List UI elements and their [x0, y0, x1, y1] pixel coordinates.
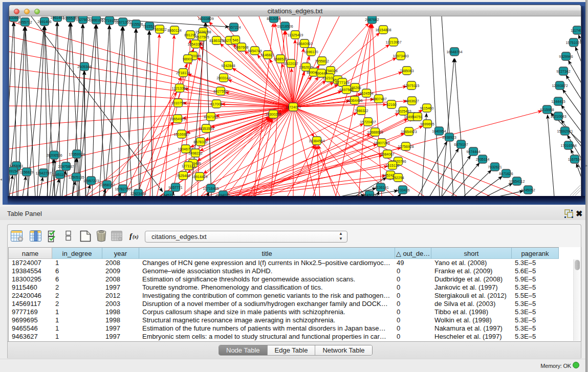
svg-text:1117403: 1117403: [571, 29, 581, 32]
svg-text:2087682: 2087682: [365, 18, 379, 21]
svg-text:17016504: 17016504: [560, 144, 576, 147]
svg-text:2935114: 2935114: [476, 158, 490, 161]
svg-text:9699695: 9699695: [420, 122, 434, 126]
svg-text:8215958: 8215958: [540, 108, 554, 112]
svg-text:98901: 98901: [183, 57, 193, 61]
svg-text:14136141: 14136141: [373, 186, 388, 189]
svg-text:9115460: 9115460: [420, 106, 434, 110]
svg-text:12093872: 12093872: [552, 84, 568, 87]
svg-text:10756928: 10756928: [398, 145, 413, 148]
svg-text:16782759: 16782759: [115, 187, 130, 191]
svg-text:12923486: 12923486: [130, 192, 146, 195]
svg-text:3498222: 3498222: [188, 151, 202, 155]
svg-text:8860124: 8860124: [167, 29, 181, 32]
svg-text:2605346: 2605346: [77, 65, 91, 69]
svg-text:15720407: 15720407: [360, 120, 376, 124]
svg-text:7515526: 7515526: [129, 23, 143, 26]
svg-text:7663822: 7663822: [153, 28, 166, 31]
svg-text:17957223: 17957223: [83, 179, 99, 183]
svg-text:12213967: 12213967: [385, 40, 401, 44]
svg-text:9463627: 9463627: [405, 99, 419, 103]
svg-text:16648764: 16648764: [446, 50, 462, 54]
svg-text:7357224: 7357224: [227, 26, 241, 29]
svg-text:10025433: 10025433: [395, 110, 411, 113]
svg-text:10958107: 10958107: [99, 183, 115, 187]
svg-text:9777169: 9777169: [335, 81, 349, 84]
svg-text:19384554: 19384554: [309, 139, 324, 143]
svg-text:19218506: 19218506: [277, 25, 293, 28]
svg-text:62160: 62160: [386, 103, 397, 106]
svg-text:84751: 84751: [412, 115, 423, 119]
svg-text:10807487: 10807487: [371, 97, 386, 101]
svg-text:2867608: 2867608: [234, 46, 248, 49]
svg-text:9084067: 9084067: [380, 152, 394, 156]
svg-text:12505135: 12505135: [68, 176, 84, 179]
svg-text:1271123: 1271123: [182, 164, 195, 168]
svg-text:20975887: 20975887: [58, 165, 74, 168]
svg-text:7955812: 7955812: [315, 59, 329, 63]
svg-text:16640910: 16640910: [296, 42, 312, 46]
svg-text:9242848: 9242848: [221, 64, 235, 68]
svg-text:7632621: 7632621: [488, 165, 502, 169]
svg-text:1244415: 1244415: [551, 100, 565, 103]
svg-text:16033809: 16033809: [198, 17, 213, 20]
svg-text:10654112: 10654112: [509, 180, 525, 183]
svg-text:6879197: 6879197: [454, 143, 468, 146]
svg-text:7986322: 7986322: [354, 109, 368, 113]
svg-text:15716485: 15716485: [203, 187, 219, 190]
svg-text:9657771: 9657771: [168, 186, 182, 189]
svg-text:1696170: 1696170: [304, 50, 318, 54]
svg-text:39154: 39154: [9, 169, 18, 173]
svg-text:12213369: 12213369: [171, 86, 187, 90]
svg-text:1156829: 1156829: [20, 170, 34, 174]
svg-text:16671355: 16671355: [115, 20, 130, 24]
svg-text:9227342: 9227342: [556, 70, 570, 73]
svg-text:2691406: 2691406: [37, 20, 51, 24]
svg-text:17359924: 17359924: [69, 152, 84, 156]
svg-text:10973493: 10973493: [393, 54, 408, 58]
svg-text:19654925: 19654925: [169, 117, 185, 121]
svg-text:18724007: 18724007: [285, 105, 301, 109]
svg-text:12975115: 12975115: [404, 84, 420, 87]
svg-text:8938923: 8938923: [442, 136, 456, 139]
svg-text:7243018: 7243018: [362, 193, 376, 196]
svg-text:18807249: 18807249: [374, 141, 389, 145]
svg-text:817006: 817006: [210, 102, 222, 106]
svg-text:1010755: 1010755: [171, 101, 185, 105]
svg-text:6497568: 6497568: [339, 88, 353, 92]
svg-text:15751074: 15751074: [565, 41, 581, 45]
svg-text:8471626: 8471626: [499, 172, 513, 176]
svg-text:546: 546: [232, 38, 238, 42]
svg-text:16154808: 16154808: [375, 28, 391, 32]
svg-text:1733426: 1733426: [396, 188, 409, 192]
svg-text:3624554: 3624554: [359, 92, 373, 95]
svg-text:10688609: 10688609: [367, 130, 383, 134]
svg-text:16914479: 16914479: [191, 175, 207, 179]
svg-text:9245052: 9245052: [521, 188, 535, 192]
svg-text:26206536: 26206536: [46, 154, 62, 157]
svg-text:8186325: 8186325: [209, 39, 223, 42]
svg-text:1588520: 1588520: [273, 57, 287, 61]
svg-text:6322037: 6322037: [284, 62, 298, 65]
svg-text:1167534: 1167534: [568, 158, 581, 161]
svg-text:11325419: 11325419: [288, 33, 303, 37]
svg-text:8813054: 8813054: [267, 17, 280, 20]
svg-text:7485063: 7485063: [400, 69, 413, 73]
svg-text:11451194: 11451194: [52, 173, 68, 177]
svg-text:1640954: 1640954: [432, 129, 446, 133]
svg-text:9527505: 9527505: [195, 35, 209, 39]
svg-text:12942737: 12942737: [35, 171, 51, 175]
svg-text:8678332: 8678332: [193, 140, 207, 144]
svg-text:1633609: 1633609: [9, 16, 21, 19]
svg-text:8267150: 8267150: [204, 115, 217, 119]
svg-text:11353594: 11353594: [199, 127, 214, 130]
svg-text:2718176: 2718176: [176, 71, 190, 75]
svg-text:8454749: 8454749: [248, 49, 262, 53]
svg-text:2803144: 2803144: [216, 76, 230, 80]
svg-text:4055712: 4055712: [18, 20, 32, 24]
svg-text:16543362: 16543362: [187, 42, 203, 46]
svg-text:1527602: 1527602: [76, 18, 90, 21]
svg-text:9146821: 9146821: [260, 53, 274, 57]
svg-text:9474444: 9474444: [466, 150, 480, 154]
svg-text:15692971: 15692971: [557, 129, 573, 133]
